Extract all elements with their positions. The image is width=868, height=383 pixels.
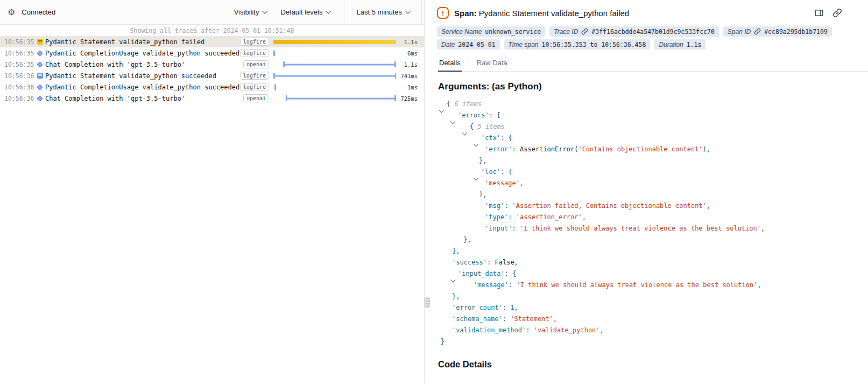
row-duration: 1.1s xyxy=(404,39,424,45)
badge-value: unknown_service xyxy=(485,28,541,36)
span-tag-logfire[interactable]: logfire xyxy=(240,72,269,80)
row-timestamp: 10:56:36 xyxy=(0,72,34,80)
code-line: }, xyxy=(439,291,868,302)
row-label: Pydantic CompletionUsage validate_python… xyxy=(45,83,240,91)
badge-value: 2024-05-01 xyxy=(458,41,495,48)
code-line: 'error': AssertionError('Contains object… xyxy=(439,144,868,155)
span-title-text: Pydantic Statement validate_python faile… xyxy=(479,9,629,18)
badge-duration: Duration1.1s xyxy=(654,39,705,50)
row-timeline xyxy=(273,47,396,59)
warning-level-icon xyxy=(37,39,43,45)
row-timestamp: 10:56:35 xyxy=(0,38,34,46)
gear-icon[interactable]: ⚙ xyxy=(8,7,15,17)
row-timestamp: 10:56:36 xyxy=(0,95,34,102)
info-level-icon xyxy=(37,73,43,79)
code-line: 'input': 'I think we should always treat… xyxy=(439,223,868,234)
span-badges-row-1: Service Nameunknown_serviceTrace ID#3ff1… xyxy=(437,26,868,37)
code-line: 'error_count': 1, xyxy=(439,302,868,314)
trace-row[interactable]: 10:56:36Pydantic Statement validate_pyth… xyxy=(0,70,424,81)
divider-drag-handle[interactable] xyxy=(425,297,430,308)
duration-bar xyxy=(273,50,275,56)
duration-bar xyxy=(283,64,396,65)
diamond-span-icon xyxy=(37,61,43,67)
span-tag-openai[interactable]: openai xyxy=(243,94,269,102)
badge-label: Time span xyxy=(509,41,539,48)
span-tag-logfire[interactable]: logfire xyxy=(240,83,269,91)
time-range-label: Last 5 minutes xyxy=(356,8,402,16)
badge-value: 10:56:35.353 to 10:56:36.458 xyxy=(542,41,646,48)
badge-time-span: Time span10:56:35.353 to 10:56:36.458 xyxy=(504,39,651,50)
code-line: 'validation_method': 'validate_python', xyxy=(439,325,868,336)
code-line: 'errors': [ xyxy=(439,110,868,121)
row-timeline xyxy=(273,36,396,47)
span-badges-row-2: Date2024-05-01Time span10:56:35.353 to 1… xyxy=(437,39,868,50)
code-line: 'ctx': { xyxy=(439,133,868,144)
row-label: Pydantic Statement validate_python faile… xyxy=(45,38,240,46)
row-label: Pydantic Statement validate_python succe… xyxy=(45,72,240,80)
trace-row[interactable]: 10:56:35Chat Completion with 'gpt-3.5-tu… xyxy=(0,59,424,70)
diamond-span-icon xyxy=(37,84,43,90)
badge-value: 1.1s xyxy=(687,41,702,48)
span-kind-label: Span: xyxy=(454,9,477,18)
row-timeline xyxy=(273,70,396,81)
row-duration: 725ms xyxy=(400,95,424,102)
arguments-code: { 6 items'errors': [{ 5 items'ctx': {'er… xyxy=(437,96,868,347)
link-icon[interactable] xyxy=(754,28,761,35)
time-range-dropdown[interactable]: Last 5 minutes xyxy=(344,0,422,24)
badge-label: Span ID xyxy=(728,28,751,36)
row-timeline xyxy=(273,81,396,93)
tab-details[interactable]: Details xyxy=(438,56,462,72)
arguments-heading: Arguments: (as Python) xyxy=(437,81,868,92)
badge-date: Date2024-05-01 xyxy=(437,39,500,50)
row-timestamp: 10:56:36 xyxy=(0,83,34,91)
duration-bar xyxy=(273,75,396,76)
code-line: ], xyxy=(439,246,868,257)
badge-service-name: Service Nameunknown_service xyxy=(437,26,545,37)
tab-raw-data[interactable]: Raw Data xyxy=(476,56,509,72)
panel-toggle-icon[interactable] xyxy=(814,8,824,18)
chevron-down-icon xyxy=(326,8,331,13)
trace-row[interactable]: 10:56:36Chat Completion with 'gpt-3.5-tu… xyxy=(0,93,424,104)
trace-row[interactable]: 10:56:35Pydantic Statement validate_pyth… xyxy=(0,36,424,47)
trace-row[interactable]: 10:56:36Pydantic CompletionUsage validat… xyxy=(0,81,424,93)
code-line: 'message', xyxy=(439,178,868,189)
row-label: Pydantic CompletionUsage validate_python… xyxy=(45,50,240,57)
code-line: 'success': False, xyxy=(439,257,868,268)
duration-bar xyxy=(286,98,396,99)
badge-value: #cc89a295db1b7109 xyxy=(764,28,828,36)
default-levels-label: Default levels xyxy=(280,8,322,16)
link-icon[interactable] xyxy=(581,28,588,35)
row-duration: 1.1s xyxy=(404,61,424,68)
code-details-heading: Code Details xyxy=(437,359,868,370)
badge-label: Date xyxy=(441,41,455,48)
diamond-span-icon xyxy=(37,95,43,101)
badge-label: Service Name xyxy=(441,28,482,36)
code-line: 'loc': ( xyxy=(439,166,868,178)
code-line: { 6 items xyxy=(439,99,868,110)
span-detail-panel: ! Span: Pydantic Statement validate_pyth… xyxy=(431,0,868,383)
chevron-down-icon xyxy=(405,8,411,13)
default-levels-dropdown[interactable]: Default levels xyxy=(280,8,330,16)
code-line: } xyxy=(439,336,868,347)
span-tag-logfire[interactable]: logfire xyxy=(240,38,269,46)
visibility-dropdown[interactable]: Visibility xyxy=(234,8,267,16)
row-timeline xyxy=(273,59,396,70)
badge-label: Trace ID xyxy=(554,28,578,36)
span-tag-openai[interactable]: openai xyxy=(243,60,269,68)
copy-link-icon[interactable] xyxy=(832,8,842,18)
badge-value: #3ff16acbdde4a547b01d9c9c533fcc70 xyxy=(591,28,714,36)
visibility-label: Visibility xyxy=(234,8,259,16)
row-duration: 6ms xyxy=(407,50,424,57)
span-title: Span: Pydantic Statement validate_python… xyxy=(454,9,629,18)
code-line: 'msg': 'Assertion failed, Contains objec… xyxy=(439,200,868,212)
badge-trace-id: Trace ID#3ff16acbdde4a547b01d9c9c533fcc7… xyxy=(549,26,719,37)
trace-row[interactable]: 10:56:35Pydantic CompletionUsage validat… xyxy=(0,47,424,59)
diamond-span-icon xyxy=(37,50,43,56)
code-line: }, xyxy=(439,234,868,246)
trace-list: 10:56:35Pydantic Statement validate_pyth… xyxy=(0,36,424,383)
badge-label: Duration xyxy=(659,41,683,48)
row-timestamp: 10:56:35 xyxy=(0,50,34,57)
detail-tabs: DetailsRaw Data xyxy=(437,56,868,72)
span-header: ! Span: Pydantic Statement validate_pyth… xyxy=(437,0,868,25)
span-tag-logfire[interactable]: logfire xyxy=(240,49,269,57)
